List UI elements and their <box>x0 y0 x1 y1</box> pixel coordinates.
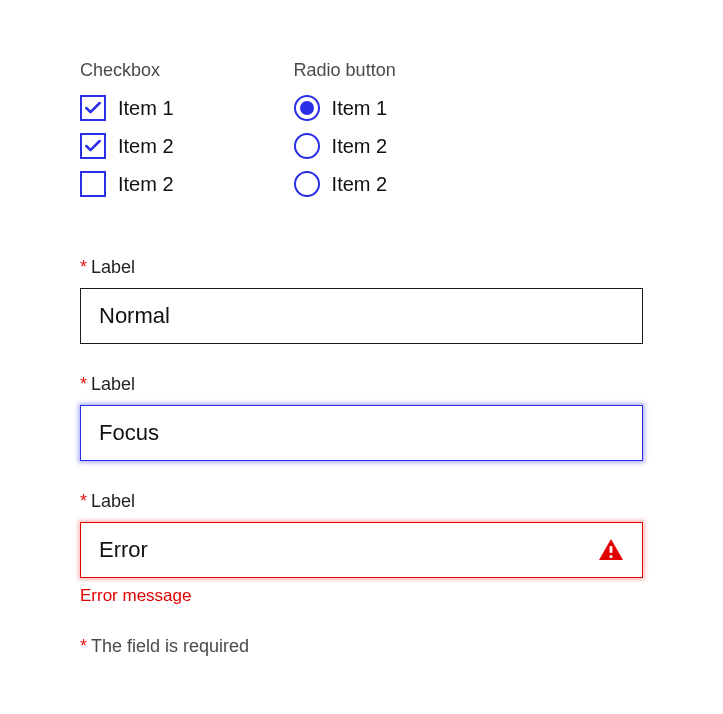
field-label: *Label <box>80 374 643 395</box>
input-value: Focus <box>99 420 159 446</box>
checkbox-unchecked-icon <box>80 171 106 197</box>
radio-heading: Radio button <box>294 60 396 81</box>
error-warning-icon <box>598 538 624 562</box>
checkbox-label: Item 2 <box>118 173 174 196</box>
checkbox-option[interactable]: Item 1 <box>80 95 174 121</box>
required-asterisk: * <box>80 636 87 656</box>
required-asterisk: * <box>80 491 87 511</box>
checkbox-group: Checkbox Item 1 Item 2 Item 2 <box>80 60 174 209</box>
radio-option[interactable]: Item 2 <box>294 171 396 197</box>
checkbox-checked-icon <box>80 133 106 159</box>
error-message: Error message <box>80 586 643 606</box>
radio-group: Radio button Item 1 Item 2 Item 2 <box>294 60 396 209</box>
text-input[interactable]: Focus <box>80 405 643 461</box>
svg-point-1 <box>609 555 612 558</box>
text-field-error: *Label Error Error message <box>80 491 643 606</box>
checkbox-option[interactable]: Item 2 <box>80 171 174 197</box>
checkbox-heading: Checkbox <box>80 60 174 81</box>
checkbox-label: Item 1 <box>118 97 174 120</box>
required-asterisk: * <box>80 374 87 394</box>
radio-unselected-icon <box>294 171 320 197</box>
text-field-focus: *Label Focus <box>80 374 643 461</box>
label-text: Label <box>91 491 135 511</box>
input-value: Error <box>99 537 148 563</box>
field-label: *Label <box>80 491 643 512</box>
field-label: *Label <box>80 257 643 278</box>
input-value: Normal <box>99 303 170 329</box>
radio-label: Item 2 <box>332 173 388 196</box>
svg-rect-0 <box>610 546 613 553</box>
radio-label: Item 1 <box>332 97 388 120</box>
label-text: Label <box>91 257 135 277</box>
radio-unselected-icon <box>294 133 320 159</box>
text-field-normal: *Label Normal <box>80 257 643 344</box>
radio-option[interactable]: Item 2 <box>294 133 396 159</box>
radio-option[interactable]: Item 1 <box>294 95 396 121</box>
text-input[interactable]: Error <box>80 522 643 578</box>
label-text: Label <box>91 374 135 394</box>
checkbox-checked-icon <box>80 95 106 121</box>
required-asterisk: * <box>80 257 87 277</box>
radio-label: Item 2 <box>332 135 388 158</box>
required-footnote: *The field is required <box>80 636 643 657</box>
radio-selected-icon <box>294 95 320 121</box>
text-input[interactable]: Normal <box>80 288 643 344</box>
checkbox-label: Item 2 <box>118 135 174 158</box>
checkbox-option[interactable]: Item 2 <box>80 133 174 159</box>
footnote-text: The field is required <box>91 636 249 656</box>
